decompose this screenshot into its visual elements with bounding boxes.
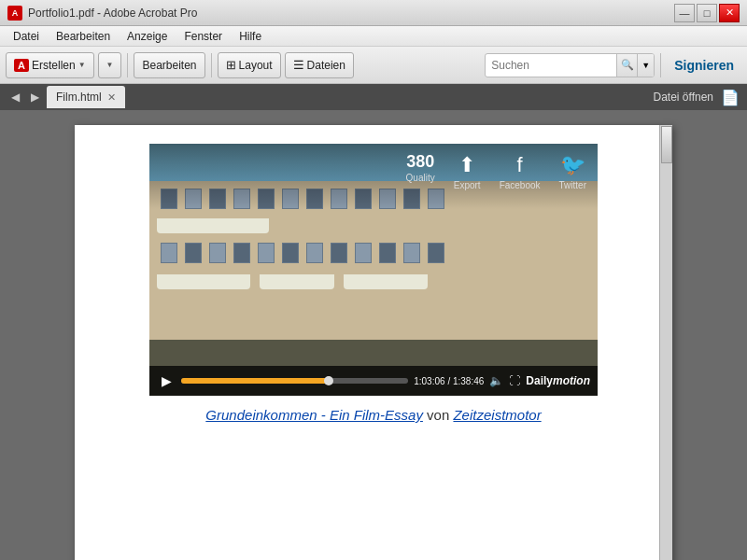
quality-number: 380 — [406, 153, 434, 170]
quality-control[interactable]: 380 Quality — [406, 153, 435, 183]
tab-close-icon[interactable]: ✕ — [107, 91, 116, 104]
datei-oeffnen-label[interactable]: Datei öffnen — [654, 91, 714, 104]
progress-fill — [181, 378, 329, 384]
scrollbar-thumb[interactable] — [661, 126, 672, 163]
dailymotion-logo: Dailymotion — [526, 374, 590, 387]
facebook-control[interactable]: f Facebook — [500, 153, 541, 190]
tab-film[interactable]: Film.html ✕ — [47, 86, 125, 108]
erstellen-arrow: ▼ — [78, 61, 86, 69]
erstellen-dropdown[interactable]: ▼ — [98, 52, 122, 78]
quality-label: Quality — [406, 173, 435, 183]
export-label: Export — [454, 180, 481, 190]
datei-oeffnen-icon[interactable]: 📄 — [721, 89, 740, 106]
dropdown-arrow: ▼ — [106, 61, 114, 69]
scrollbar[interactable] — [659, 125, 672, 560]
signieren-button[interactable]: Signieren — [667, 58, 741, 73]
play-button[interactable]: ▶ — [157, 371, 176, 390]
dateien-label: Dateien — [307, 59, 345, 72]
caption-link-1[interactable]: Grundeinkommen - Ein Film-Essay — [205, 407, 423, 423]
logo-bold: motion — [553, 374, 590, 387]
tab-prev-button[interactable]: ◀ — [7, 89, 23, 105]
window-controls[interactable]: ― □ ✕ — [674, 4, 740, 22]
video-overlay: 380 Quality ⬆ Export f Facebook 🐦 Twitte… — [149, 144, 598, 209]
tab-label: Film.html — [56, 91, 102, 104]
time-display: 1:03:06 / 1:38:46 — [414, 376, 484, 386]
bearbeiten-button[interactable]: Bearbeiten — [134, 52, 204, 78]
export-control[interactable]: ⬆ Export — [454, 153, 481, 190]
layout-button[interactable]: ⊞ Layout — [218, 52, 281, 78]
time-total: 1:38:46 — [453, 376, 484, 386]
export-icon: ⬆ — [458, 153, 475, 177]
tab-right: Datei öffnen 📄 — [654, 89, 740, 106]
erstellen-button[interactable]: A Erstellen ▼ — [6, 52, 94, 78]
titlebar: A Portfolio1.pdf - Adobe Acrobat Pro ― □… — [0, 0, 747, 26]
video-player[interactable]: 380 Quality ⬆ Export f Facebook 🐦 Twitte… — [149, 144, 598, 396]
logo-regular: Daily — [526, 374, 553, 387]
maximize-button[interactable]: □ — [697, 4, 717, 22]
tab-next-button[interactable]: ▶ — [27, 89, 43, 105]
titlebar-left: A Portfolio1.pdf - Adobe Acrobat Pro — [7, 6, 197, 21]
minimize-button[interactable]: ― — [674, 4, 695, 22]
toolbar: A Erstellen ▼ ▼ Bearbeiten ⊞ Layout ☰ Da… — [0, 47, 747, 84]
progress-bar[interactable] — [181, 378, 408, 384]
twitter-icon: 🐦 — [560, 153, 585, 177]
menu-bearbeiten[interactable]: Bearbeiten — [49, 28, 118, 45]
video-caption: Grundeinkommen - Ein Film-Essay von Zeit… — [93, 407, 654, 423]
tabbar: ◀ ▶ Film.html ✕ Datei öffnen 📄 — [0, 84, 747, 110]
close-button[interactable]: ✕ — [719, 4, 740, 22]
divider-2 — [211, 53, 212, 77]
caption-link-2[interactable]: Zeitzeistmotor — [453, 407, 541, 423]
facebook-label: Facebook — [500, 180, 541, 190]
window-title: Portfolio1.pdf - Adobe Acrobat Pro — [28, 7, 197, 20]
menu-anzeige[interactable]: Anzeige — [120, 28, 175, 45]
erstellen-label: Erstellen — [32, 59, 76, 72]
time-current: 1:03:06 — [414, 376, 444, 386]
search-bar: 🔍 ▼ — [485, 53, 655, 77]
facebook-icon: f — [517, 153, 523, 177]
twitter-control[interactable]: 🐦 Twitter — [559, 153, 586, 190]
bearbeiten-label: Bearbeiten — [142, 59, 196, 72]
menu-hilfe[interactable]: Hilfe — [232, 28, 269, 45]
volume-icon[interactable]: 🔈 — [489, 374, 503, 387]
caption-von: von — [423, 407, 454, 423]
fullscreen-icon[interactable]: ⛶ — [509, 374, 520, 387]
search-input[interactable] — [486, 59, 616, 72]
menu-datei[interactable]: Datei — [6, 28, 47, 45]
page: 380 Quality ⬆ Export f Facebook 🐦 Twitte… — [75, 125, 672, 560]
video-controls: ▶ 1:03:06 / 1:38:46 🔈 ⛶ Dailymotion — [149, 366, 598, 396]
menu-fenster[interactable]: Fenster — [176, 28, 230, 45]
app-icon: A — [7, 6, 22, 21]
content-area: 380 Quality ⬆ Export f Facebook 🐦 Twitte… — [0, 110, 747, 560]
search-dropdown[interactable]: ▼ — [637, 53, 654, 77]
divider-3 — [660, 53, 661, 77]
dateien-button[interactable]: ☰ Dateien — [285, 52, 354, 78]
divider-1 — [127, 53, 128, 77]
layout-label: Layout — [239, 59, 273, 72]
menubar: Datei Bearbeiten Anzeige Fenster Hilfe — [0, 26, 747, 47]
twitter-label: Twitter — [559, 180, 586, 190]
search-button[interactable]: 🔍 — [616, 54, 637, 77]
progress-thumb — [324, 376, 333, 385]
